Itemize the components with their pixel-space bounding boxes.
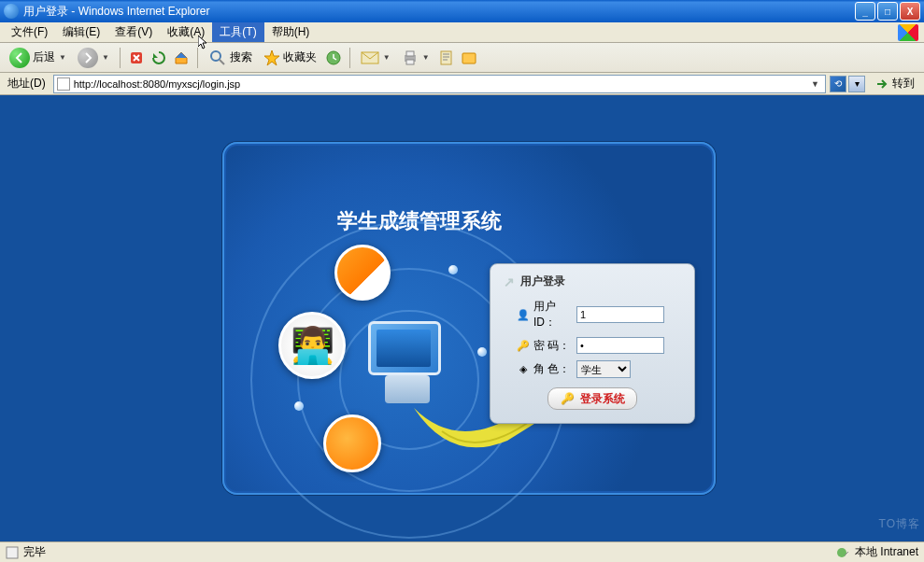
window-buttons: _ □ X (855, 2, 920, 21)
login-submit-label: 登录系统 (580, 391, 625, 407)
search-label: 搜索 (230, 49, 252, 65)
search-icon (208, 49, 227, 67)
role-icon: ◈ (517, 363, 530, 375)
svg-rect-6 (406, 60, 414, 64)
decorative-circle-person: 👨‍💻 (278, 312, 346, 379)
go-button[interactable]: 转到 (869, 75, 920, 93)
title-bar: 用户登录 - Windows Internet Explorer _ □ X (0, 0, 924, 22)
edit-button[interactable] (437, 49, 456, 67)
arrow-icon: ↗ (504, 274, 515, 289)
status-text: 完毕 (23, 544, 46, 560)
page-icon (57, 77, 70, 91)
zone-text: 本地 Intranet (855, 544, 918, 560)
refresh-icon (150, 49, 167, 66)
address-field-wrap[interactable]: ▼ (53, 75, 826, 93)
addr-small-2[interactable]: ▾ (848, 76, 865, 92)
dot-graphic (294, 401, 304, 411)
close-button[interactable]: X (900, 2, 920, 21)
password-input[interactable] (576, 337, 664, 354)
history-icon (325, 49, 342, 66)
role-select[interactable]: 学生 (576, 360, 631, 378)
svg-rect-9 (7, 547, 18, 558)
menu-edit[interactable]: 编辑(E) (55, 22, 107, 42)
back-label: 后退 (33, 49, 55, 65)
svg-rect-5 (406, 51, 414, 56)
svg-point-10 (837, 548, 846, 557)
history-button[interactable] (324, 49, 343, 67)
favorites-button[interactable]: 收藏夹 (260, 48, 320, 68)
forward-icon (78, 48, 98, 68)
folder-icon (461, 49, 477, 66)
key-icon: 🔑 (517, 340, 530, 352)
mail-button[interactable]: ▼ (357, 49, 394, 67)
role-row: ◈ 角 色： 学生 (517, 360, 681, 378)
address-input[interactable] (74, 78, 804, 90)
chevron-down-icon: ▼ (422, 53, 430, 62)
maximize-button[interactable]: □ (877, 2, 898, 21)
minimize-button[interactable]: _ (855, 2, 875, 21)
print-button[interactable]: ▼ (398, 48, 434, 68)
login-title: 用户登录 (520, 274, 565, 289)
login-submit-button[interactable]: 🔑 登录系统 (547, 387, 637, 410)
page-content: 学生成绩管理系统 👨‍💻 ↗ 用户登录 👤 用户ID： (0, 95, 924, 553)
mail-icon (361, 50, 379, 65)
back-button[interactable]: 后退 ▼ (6, 46, 70, 70)
refresh-button[interactable] (149, 49, 168, 67)
user-row: 👤 用户ID： (517, 299, 681, 330)
decorative-circle-coin (323, 414, 381, 472)
login-icon: 🔑 (561, 392, 575, 405)
zone-icon (835, 546, 850, 559)
search-button[interactable]: 搜索 (205, 47, 256, 69)
go-icon (874, 77, 889, 91)
window-title: 用户登录 - Windows Internet Explorer (23, 4, 855, 20)
password-label: 密 码： (533, 338, 573, 354)
watermark: TO博客 (879, 516, 920, 532)
star-icon (263, 49, 280, 66)
menu-file[interactable]: 文件(F) (4, 22, 55, 42)
login-panel: 学生成绩管理系统 👨‍💻 ↗ 用户登录 👤 用户ID： (222, 142, 716, 495)
login-header: ↗ 用户登录 (504, 274, 681, 289)
menu-help[interactable]: 帮助(H) (264, 22, 318, 42)
svg-rect-8 (462, 53, 476, 63)
role-label: 角 色： (533, 361, 573, 377)
menu-favorites[interactable]: 收藏(A) (160, 22, 212, 42)
svg-rect-7 (441, 51, 451, 64)
user-icon: 👤 (517, 309, 530, 321)
menu-bar: 文件(F) 编辑(E) 查看(V) 收藏(A) 工具(T) 帮助(H) (0, 22, 924, 43)
user-label: 用户ID： (533, 299, 573, 330)
messenger-button[interactable] (460, 49, 478, 67)
address-dropdown[interactable]: ▼ (808, 79, 822, 89)
status-bar: 完毕 本地 Intranet (0, 541, 924, 562)
chevron-down-icon: ▼ (59, 53, 66, 62)
password-row: 🔑 密 码： (517, 337, 681, 354)
stop-button[interactable] (127, 49, 146, 67)
svg-point-1 (211, 51, 220, 61)
go-label: 转到 (892, 76, 915, 91)
forward-button[interactable]: ▼ (74, 46, 113, 70)
ie-icon (4, 4, 19, 19)
edit-icon (438, 49, 455, 66)
login-form: ↗ 用户登录 👤 用户ID： 🔑 密 码： ◈ 角 色： 学生 (490, 263, 695, 424)
windows-flag-icon (898, 24, 918, 41)
chevron-down-icon: ▼ (383, 53, 391, 62)
back-icon (9, 48, 30, 68)
address-label: 地址(D) (4, 76, 50, 91)
addr-small-1[interactable]: ⟲ (830, 76, 846, 92)
stop-icon (128, 49, 145, 66)
menu-tools[interactable]: 工具(T) (212, 22, 263, 42)
home-button[interactable] (172, 49, 191, 67)
favorites-label: 收藏夹 (283, 49, 317, 65)
dot-graphic (448, 265, 458, 274)
address-bar: 地址(D) ▼ ⟲ ▾ 转到 (0, 73, 924, 95)
user-id-input[interactable] (576, 306, 664, 323)
print-icon (402, 49, 419, 66)
home-icon (173, 49, 190, 66)
decorative-circle-monitor (334, 245, 391, 301)
toolbar: 后退 ▼ ▼ 搜索 收藏夹 ▼ ▼ (0, 43, 924, 73)
done-icon (6, 546, 19, 559)
menu-view[interactable]: 查看(V) (107, 22, 160, 42)
chevron-down-icon: ▼ (102, 53, 109, 62)
